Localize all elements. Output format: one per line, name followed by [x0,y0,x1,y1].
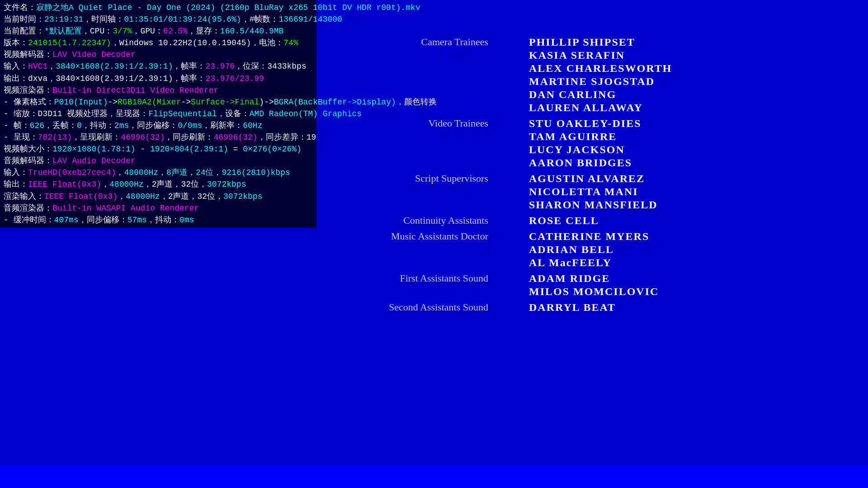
info-overlay: 文件名：寂静之地A Quiet Place - Day One (2024) (… [0,0,316,228]
credits-names-8: ADAM RIDGEMILOS MOMCILOVIC [529,272,732,299]
credits-name-0-2: ALEX CHARLESWORTH [529,62,732,75]
info-line-5: 输入：HVC1，3840×1608(2.39:1/2.39:1)，帧率：23.9… [4,61,313,72]
info-line-11: - 呈现：702(13)，呈现刷新：46996(32)，同步刷新：46996(3… [4,131,313,143]
credits-name-3-3: AARON BRIDGES [529,157,732,169]
info-line-0: 文件名：寂静之地A Quiet Place - Day One (2024) (… [4,2,313,14]
credits-names-3: STU OAKLEY-DIESTAM AGUIRRELUCY JACKSONAA… [529,117,732,170]
info-line-14: 音频解码器：LAV Audio Decoder [4,155,313,167]
info-line-4: 视频解码器：LAV Video Decoder [4,49,313,61]
credits-name-4-0: AGUSTIN ALVAREZ [529,173,732,185]
info-line-10: - 帧：626，丢帧：0，抖动：2ms，同步偏移：0/0ms，刷新率：60Hz [4,120,313,131]
credits-list: Camera TraineesPHILLIP SHIPSETKASIA SERA… [326,36,732,317]
credits-section-3: Video TraineesSTU OAKLEY-DIESTAM AGUIRRE… [326,117,732,170]
info-line-15: 输入：TrueHD(0xeb27cec4)，48000Hz，8声道，24位，92… [4,167,313,178]
credits-name-0-3: MARTINE SJOGSTAD [529,75,732,88]
credits-section-9: Second Assistants SoundDARRYL BEAT [326,301,732,314]
credits-name-6-1: ADRIAN BELL [529,244,732,256]
credits-role-0: Camera Trainees [326,36,497,48]
credits-role-4: Script Supervisors [326,173,497,184]
credits-name-8-1: MILOS MOMCILOVIC [529,286,732,298]
credits-name-3-0: STU OAKLEY-DIES [529,117,732,130]
credits-name-6-0: CATHERINE MYERS [529,230,732,243]
credits-role-6: Music Assistants Doctor [326,230,497,242]
credits-name-8-0: ADAM RIDGE [529,272,732,285]
info-line-16: 输出：IEEE Float(0x3)，48000Hz，2声道，32位，3072k… [4,178,313,190]
info-line-6: 输出：dxva，3840×1608(2.39:1/2.39:1)，帧率：23.9… [4,73,313,84]
info-line-1: 当前时间：23:19:31，时间轴：01:35:01/01:39:24(95.6… [4,14,313,25]
info-line-8: - 像素格式：P010(Input)->RGB10A2(Mixer->Surfa… [4,96,313,108]
credits-name-0-1: KASIA SERAFIN [529,49,732,61]
credits-name-0-5: LAUREN ALLAWAY [529,102,732,114]
credits-name-3-1: TAM AGUIRRE [529,131,732,143]
info-line-2: 当前配置：*默认配置，CPU：3/7%，GPU：62.5%，显存：160.5/4… [4,25,313,37]
info-line-17: 渲染输入：IEEE Float(0x3)，48000Hz，2声道，32位，307… [4,191,313,202]
credits-name-6-2: AL MacFEELY [529,257,732,269]
credits-section-6: Music Assistants DoctorCATHERINE MYERSAD… [326,230,732,270]
credits-names-0: PHILLIP SHIPSETKASIA SERAFINALEX CHARLES… [529,36,732,115]
credits-names-5: ROSE CELL [529,215,732,228]
bottom-bar [0,465,868,488]
credits-role-9: Second Assistants Sound [326,301,497,313]
credits-role-8: First Assistants Sound [326,272,497,284]
credits-section-5: Continuity AssistantsROSE CELL [326,215,732,228]
credits-names-6: CATHERINE MYERSADRIAN BELLAL MacFEELY [529,230,732,270]
credits-name-0-4: DAN CARLING [529,89,732,101]
info-line-19: - 缓冲时间：407ms，同步偏移：57ms，抖动：0ms [4,214,313,226]
credits-name-9-0: DARRYL BEAT [529,301,732,314]
credits-section-8: First Assistants SoundADAM RIDGEMILOS MO… [326,272,732,299]
info-line-12: 视频帧大小：868×488(1.78:1) - 1920×804(2.39:… [4,143,313,155]
credits-name-4-1: NICOLETTA MANI [529,186,732,198]
credits-role-3: Video Trainees [326,117,497,129]
info-line-18: 音频渲染器：Built-in WASAPI Audio Renderer [4,202,313,214]
credits-names-9: DARRYL BEAT [529,301,732,314]
info-line-7: 视频渲染器：Built-in Direct3D11 Video Renderer [4,84,313,96]
credits-names-4: AGUSTIN ALVAREZNICOLETTA MANISHARON MANS… [529,173,732,212]
credits-name-4-2: SHARON MANSFIELD [529,199,732,211]
credits-role-5: Continuity Assistants [326,215,497,226]
credits-name-0-0: PHILLIP SHIPSET [529,36,732,48]
info-line-3: 版本：241015(1.7.22347)，Windows 10.22H2(10.… [4,37,313,49]
info-line-9: - 缩放：D3D11 视频处理器，呈现器：FlipSequential，设备：A… [4,108,313,120]
credits-name-3-2: LUCY JACKSON [529,144,732,156]
credits-section-4: Script SupervisorsAGUSTIN ALVAREZNICOLET… [326,173,732,212]
credits-name-5-0: ROSE CELL [529,215,732,227]
